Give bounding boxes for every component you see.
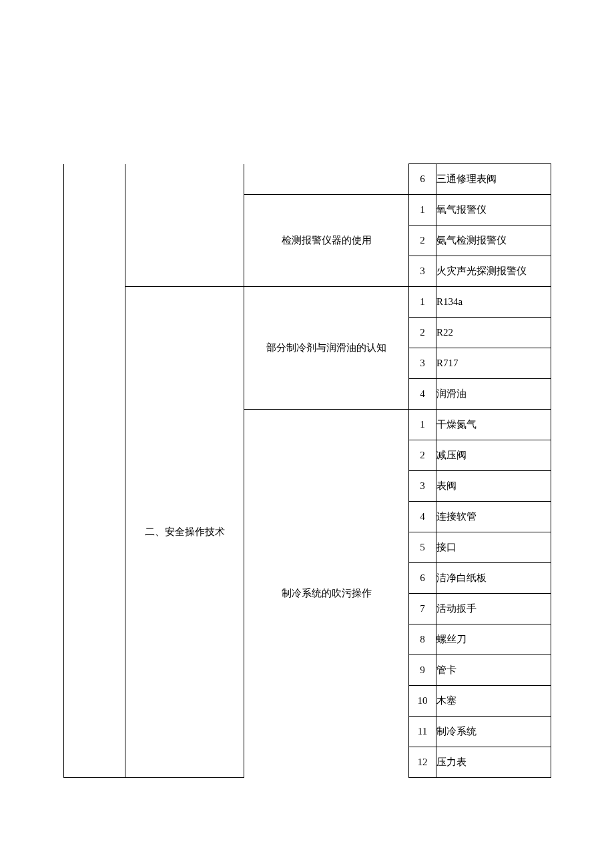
item-text: R717 — [436, 348, 551, 379]
item-text: R22 — [436, 318, 551, 348]
col-b-cell-top — [125, 164, 244, 287]
content-table: 6 三通修理表阀 检测报警仪器的使用 1 氧气报警仪 2 氨气检测报警仪 3 火… — [63, 163, 551, 778]
item-text: 压力表 — [436, 747, 551, 778]
item-number: 7 — [409, 594, 436, 624]
item-text: 干燥氮气 — [436, 410, 551, 440]
item-text: 制冷系统 — [436, 717, 551, 747]
section-title — [244, 164, 409, 195]
item-number: 12 — [409, 747, 436, 778]
item-number: 6 — [409, 563, 436, 594]
item-number: 1 — [409, 287, 436, 318]
item-number: 6 — [409, 164, 436, 195]
item-text: 螺丝刀 — [436, 624, 551, 655]
item-number: 1 — [409, 195, 436, 226]
item-text: 三通修理表阀 — [436, 164, 551, 195]
table-row: 6 三通修理表阀 — [64, 164, 551, 195]
item-number: 11 — [409, 717, 436, 747]
item-number: 9 — [409, 655, 436, 686]
col-a-cell — [64, 164, 125, 778]
item-number: 8 — [409, 624, 436, 655]
col-b-cell-main: 二、安全操作技术 — [125, 287, 244, 778]
item-number: 3 — [409, 256, 436, 287]
item-number: 5 — [409, 532, 436, 563]
section-title: 检测报警仪器的使用 — [244, 195, 409, 287]
item-number: 3 — [409, 348, 436, 379]
item-text: 减压阀 — [436, 440, 551, 471]
item-text: 氧气报警仪 — [436, 195, 551, 226]
item-number: 4 — [409, 379, 436, 410]
item-text: 木塞 — [436, 686, 551, 717]
item-text: 表阀 — [436, 471, 551, 502]
item-text: 接口 — [436, 532, 551, 563]
section-title: 部分制冷剂与润滑油的认知 — [244, 287, 409, 410]
item-number: 4 — [409, 502, 436, 532]
item-text: 活动扳手 — [436, 594, 551, 624]
item-text: 火灾声光探测报警仪 — [436, 256, 551, 287]
item-text: 管卡 — [436, 655, 551, 686]
item-text: 连接软管 — [436, 502, 551, 532]
section-title: 制冷系统的吹污操作 — [244, 410, 409, 778]
item-number: 2 — [409, 226, 436, 256]
item-text: 洁净白纸板 — [436, 563, 551, 594]
item-text: 氨气检测报警仪 — [436, 226, 551, 256]
item-number: 2 — [409, 318, 436, 348]
document-page: 6 三通修理表阀 检测报警仪器的使用 1 氧气报警仪 2 氨气检测报警仪 3 火… — [0, 0, 614, 868]
item-text: R134a — [436, 287, 551, 318]
item-number: 10 — [409, 686, 436, 717]
item-number: 3 — [409, 471, 436, 502]
item-text: 润滑油 — [436, 379, 551, 410]
item-number: 2 — [409, 440, 436, 471]
table-row: 二、安全操作技术 部分制冷剂与润滑油的认知 1 R134a — [64, 287, 551, 318]
item-number: 1 — [409, 410, 436, 440]
